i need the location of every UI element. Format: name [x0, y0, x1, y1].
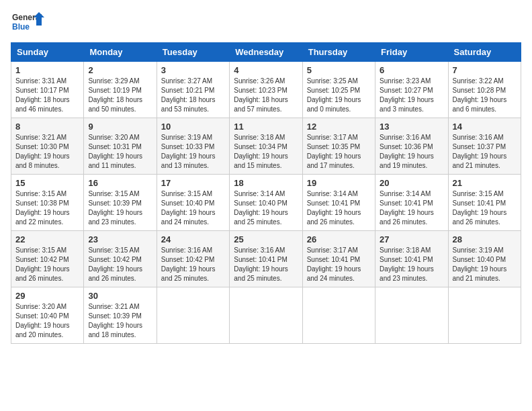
day-info: Sunrise: 3:16 AM Sunset: 10:36 PM Daylig… [380, 133, 443, 171]
day-info: Sunrise: 3:29 AM Sunset: 10:19 PM Daylig… [88, 77, 152, 114]
day-cell: 4Sunrise: 3:26 AM Sunset: 10:23 PM Dayli… [230, 62, 302, 118]
page-header: GeneralBlue [11, 11, 521, 34]
day-info: Sunrise: 3:14 AM Sunset: 10:40 PM Daylig… [234, 189, 298, 227]
day-header-friday: Friday [375, 43, 448, 62]
day-info: Sunrise: 3:23 AM Sunset: 10:27 PM Daylig… [380, 77, 443, 114]
day-cell: 24Sunrise: 3:16 AM Sunset: 10:42 PM Dayl… [157, 231, 229, 287]
day-number: 14 [453, 122, 517, 132]
day-cell [230, 287, 302, 344]
day-info: Sunrise: 3:16 AM Sunset: 10:42 PM Daylig… [161, 246, 225, 283]
day-cell: 12Sunrise: 3:17 AM Sunset: 10:35 PM Dayl… [302, 118, 375, 175]
day-info: Sunrise: 3:14 AM Sunset: 10:41 PM Daylig… [380, 189, 443, 227]
day-info: Sunrise: 3:15 AM Sunset: 10:42 PM Daylig… [88, 246, 152, 283]
logo: GeneralBlue [11, 11, 44, 34]
day-info: Sunrise: 3:15 AM Sunset: 10:38 PM Daylig… [15, 189, 79, 227]
day-header-saturday: Saturday [448, 43, 521, 62]
day-cell: 27Sunrise: 3:18 AM Sunset: 10:41 PM Dayl… [375, 231, 448, 287]
day-number: 15 [15, 178, 79, 188]
day-cell: 20Sunrise: 3:14 AM Sunset: 10:41 PM Dayl… [375, 175, 448, 231]
logo-svg: GeneralBlue [11, 11, 44, 34]
day-cell: 15Sunrise: 3:15 AM Sunset: 10:38 PM Dayl… [11, 175, 84, 231]
svg-text:Blue: Blue [12, 22, 30, 32]
day-cell: 10Sunrise: 3:19 AM Sunset: 10:33 PM Dayl… [157, 118, 229, 175]
day-number: 24 [161, 234, 225, 244]
day-cell: 5Sunrise: 3:25 AM Sunset: 10:25 PM Dayli… [302, 62, 375, 118]
day-cell: 2Sunrise: 3:29 AM Sunset: 10:19 PM Dayli… [84, 62, 157, 118]
calendar-table: SundayMondayTuesdayWednesdayThursdayFrid… [11, 42, 521, 344]
day-number: 18 [234, 178, 298, 188]
day-cell: 6Sunrise: 3:23 AM Sunset: 10:27 PM Dayli… [375, 62, 448, 118]
week-row-5: 29Sunrise: 3:20 AM Sunset: 10:40 PM Dayl… [11, 287, 521, 344]
day-info: Sunrise: 3:31 AM Sunset: 10:17 PM Daylig… [15, 77, 79, 114]
week-row-4: 22Sunrise: 3:15 AM Sunset: 10:42 PM Dayl… [11, 231, 521, 287]
day-number: 7 [453, 65, 517, 75]
day-info: Sunrise: 3:17 AM Sunset: 10:35 PM Daylig… [307, 133, 371, 171]
day-number: 11 [234, 122, 298, 132]
day-cell: 9Sunrise: 3:20 AM Sunset: 10:31 PM Dayli… [84, 118, 157, 175]
day-info: Sunrise: 3:19 AM Sunset: 10:33 PM Daylig… [161, 133, 225, 171]
day-number: 22 [15, 234, 79, 244]
day-header-monday: Monday [84, 43, 157, 62]
day-cell: 8Sunrise: 3:21 AM Sunset: 10:30 PM Dayli… [11, 118, 84, 175]
day-cell: 26Sunrise: 3:17 AM Sunset: 10:41 PM Dayl… [302, 231, 375, 287]
day-info: Sunrise: 3:21 AM Sunset: 10:39 PM Daylig… [88, 302, 152, 340]
day-cell: 17Sunrise: 3:15 AM Sunset: 10:40 PM Dayl… [157, 175, 229, 231]
day-number: 20 [380, 178, 443, 188]
day-cell: 3Sunrise: 3:27 AM Sunset: 10:21 PM Dayli… [157, 62, 229, 118]
day-cell: 14Sunrise: 3:16 AM Sunset: 10:37 PM Dayl… [448, 118, 521, 175]
day-cell [302, 287, 375, 344]
day-cell: 11Sunrise: 3:18 AM Sunset: 10:34 PM Dayl… [230, 118, 302, 175]
day-number: 16 [88, 178, 152, 188]
week-row-1: 1Sunrise: 3:31 AM Sunset: 10:17 PM Dayli… [11, 62, 521, 118]
day-number: 8 [15, 122, 79, 132]
day-header-thursday: Thursday [302, 43, 375, 62]
day-info: Sunrise: 3:18 AM Sunset: 10:34 PM Daylig… [234, 133, 298, 171]
day-number: 2 [88, 65, 152, 75]
day-number: 12 [307, 122, 371, 132]
day-number: 17 [161, 178, 225, 188]
week-row-3: 15Sunrise: 3:15 AM Sunset: 10:38 PM Dayl… [11, 175, 521, 231]
day-number: 25 [234, 234, 298, 244]
day-info: Sunrise: 3:16 AM Sunset: 10:37 PM Daylig… [453, 133, 517, 171]
header-row: SundayMondayTuesdayWednesdayThursdayFrid… [11, 43, 521, 62]
day-info: Sunrise: 3:21 AM Sunset: 10:30 PM Daylig… [15, 133, 79, 171]
day-cell: 23Sunrise: 3:15 AM Sunset: 10:42 PM Dayl… [84, 231, 157, 287]
day-cell: 28Sunrise: 3:19 AM Sunset: 10:40 PM Dayl… [448, 231, 521, 287]
day-info: Sunrise: 3:14 AM Sunset: 10:41 PM Daylig… [307, 189, 371, 227]
day-info: Sunrise: 3:22 AM Sunset: 10:28 PM Daylig… [453, 77, 517, 114]
day-cell: 16Sunrise: 3:15 AM Sunset: 10:39 PM Dayl… [84, 175, 157, 231]
day-info: Sunrise: 3:20 AM Sunset: 10:31 PM Daylig… [88, 133, 152, 171]
day-header-wednesday: Wednesday [230, 43, 302, 62]
day-cell: 19Sunrise: 3:14 AM Sunset: 10:41 PM Dayl… [302, 175, 375, 231]
day-cell: 7Sunrise: 3:22 AM Sunset: 10:28 PM Dayli… [448, 62, 521, 118]
day-cell: 25Sunrise: 3:16 AM Sunset: 10:41 PM Dayl… [230, 231, 302, 287]
day-cell: 1Sunrise: 3:31 AM Sunset: 10:17 PM Dayli… [11, 62, 84, 118]
day-info: Sunrise: 3:17 AM Sunset: 10:41 PM Daylig… [307, 246, 371, 283]
day-number: 6 [380, 65, 443, 75]
day-cell [448, 287, 521, 344]
day-number: 30 [88, 291, 152, 301]
day-number: 26 [307, 234, 371, 244]
day-info: Sunrise: 3:25 AM Sunset: 10:25 PM Daylig… [307, 77, 371, 114]
day-info: Sunrise: 3:15 AM Sunset: 10:41 PM Daylig… [453, 189, 517, 227]
day-number: 5 [307, 65, 371, 75]
day-number: 3 [161, 65, 225, 75]
day-info: Sunrise: 3:26 AM Sunset: 10:23 PM Daylig… [234, 77, 298, 114]
day-cell: 22Sunrise: 3:15 AM Sunset: 10:42 PM Dayl… [11, 231, 84, 287]
day-cell: 18Sunrise: 3:14 AM Sunset: 10:40 PM Dayl… [230, 175, 302, 231]
day-number: 23 [88, 234, 152, 244]
day-number: 13 [380, 122, 443, 132]
day-number: 29 [15, 291, 79, 301]
day-number: 10 [161, 122, 225, 132]
day-number: 1 [15, 65, 79, 75]
day-cell: 21Sunrise: 3:15 AM Sunset: 10:41 PM Dayl… [448, 175, 521, 231]
day-cell: 29Sunrise: 3:20 AM Sunset: 10:40 PM Dayl… [11, 287, 84, 344]
day-header-tuesday: Tuesday [157, 43, 229, 62]
day-info: Sunrise: 3:16 AM Sunset: 10:41 PM Daylig… [234, 246, 298, 283]
day-info: Sunrise: 3:20 AM Sunset: 10:40 PM Daylig… [15, 302, 79, 340]
day-info: Sunrise: 3:18 AM Sunset: 10:41 PM Daylig… [380, 246, 443, 283]
day-number: 19 [307, 178, 371, 188]
week-row-2: 8Sunrise: 3:21 AM Sunset: 10:30 PM Dayli… [11, 118, 521, 175]
day-number: 28 [453, 234, 517, 244]
day-number: 4 [234, 65, 298, 75]
